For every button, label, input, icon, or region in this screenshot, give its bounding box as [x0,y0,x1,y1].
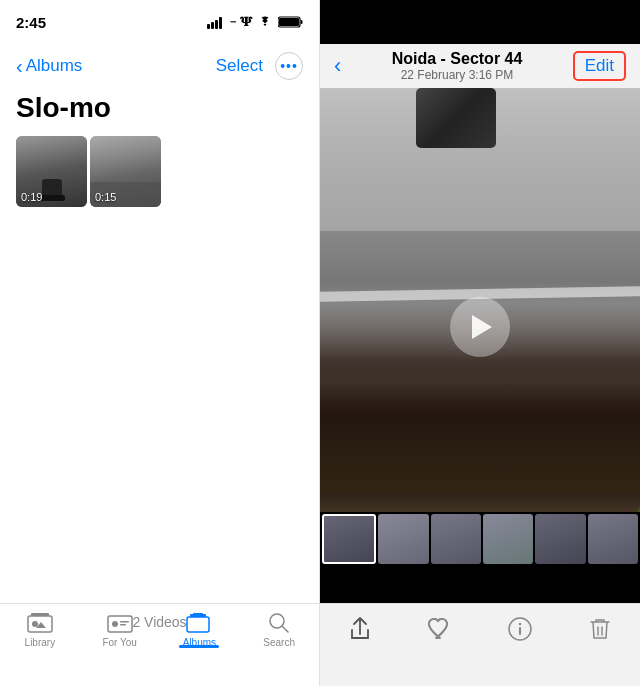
left-status-bar: 2:45 ﹣𝚿 [0,0,319,44]
svg-rect-12 [193,613,203,615]
tab-library-label: Library [25,637,56,648]
video-thumbnail-1[interactable]: 0:19 [16,136,87,207]
bottom-tab-bar: Library For You Albums [0,603,319,686]
film-thumb-2[interactable] [378,514,428,564]
film-thumb-6[interactable] [588,514,638,564]
svg-rect-8 [120,621,129,623]
albums-icon [186,612,212,634]
chevron-left-icon: ‹ [16,55,23,78]
tab-search-label: Search [263,637,295,648]
right-chevron-left-icon: ‹ [334,53,341,78]
svg-rect-19 [519,627,521,635]
right-time: 2:45 [334,14,364,31]
svg-rect-10 [187,617,209,632]
left-panel: 2:45 ﹣𝚿 ‹ Albums [0,0,320,686]
left-signal-icon [207,15,222,29]
tab-for-you[interactable]: For You [80,612,160,648]
left-time: 2:45 [16,14,46,31]
trash-icon [588,616,612,642]
tab-for-you-label: For You [102,637,136,648]
right-status-icons [560,15,626,29]
share-icon [347,616,373,642]
info-icon [507,616,533,642]
share-button[interactable] [320,616,400,642]
right-title-area: Noida - Sector 44 22 February 3:16 PM [341,50,572,82]
back-label: Albums [26,56,83,76]
nav-right-actions: Select ••• [216,52,303,80]
left-wifi-icon-svg [257,16,273,28]
svg-rect-6 [108,616,132,632]
photo-location-title: Noida - Sector 44 [341,50,572,68]
tab-search[interactable]: Search [239,612,319,648]
svg-rect-9 [120,624,126,626]
photo-date-time: 22 February 3:16 PM [341,68,572,82]
svg-rect-2 [279,18,299,26]
right-signal-icon [560,15,575,29]
select-button[interactable]: Select [216,56,263,76]
info-button[interactable] [480,616,560,642]
left-battery-icon [278,16,303,28]
right-wifi-icon [580,16,596,28]
search-icon [268,612,290,634]
photo-area[interactable] [320,88,640,566]
svg-rect-4 [31,613,49,616]
tab-albums[interactable]: Albums [160,612,240,648]
thumbnail-grid: 0:19 0:15 [0,136,319,207]
right-status-bar: 2:45 [320,0,640,44]
video-duration-1: 0:19 [21,191,42,203]
film-thumb-3[interactable] [431,514,481,564]
edit-button[interactable]: Edit [573,51,626,81]
film-thumb-1[interactable] [322,514,376,564]
bottom-action-bar [320,603,640,686]
heart-icon [426,616,454,642]
for-you-icon [107,612,133,634]
left-status-icons: ﹣𝚿 [207,13,303,31]
right-header: ‹ Noida - Sector 44 22 February 3:16 PM … [320,44,640,88]
video-thumbnail-2[interactable]: 0:15 [90,136,161,207]
right-battery-icon [601,16,626,28]
right-back-button[interactable]: ‹ [334,53,341,79]
tab-library[interactable]: Library [0,612,80,648]
delete-button[interactable] [560,616,640,642]
video-duration-2: 0:15 [95,191,116,203]
library-icon [27,612,53,634]
right-panel: ‹ Noida - Sector 44 22 February 3:16 PM … [320,0,640,686]
album-title: Slo-mo [0,88,319,136]
play-button[interactable] [450,297,510,357]
film-thumb-5[interactable] [535,514,585,564]
film-thumb-4[interactable] [483,514,533,564]
more-dots-icon: ••• [280,58,298,74]
svg-rect-17 [602,18,622,26]
more-button[interactable]: ••• [275,52,303,80]
left-nav-bar: ‹ Albums Select ••• [0,44,319,88]
svg-rect-16 [624,20,626,24]
left-wifi-icon: ﹣𝚿 [227,13,252,31]
film-strip[interactable] [320,512,640,566]
albums-back-button[interactable]: ‹ Albums [16,55,82,78]
svg-line-14 [282,626,288,632]
favorite-button[interactable] [400,616,480,642]
svg-point-7 [112,621,118,627]
svg-rect-1 [301,20,303,24]
svg-point-20 [519,623,521,625]
tab-active-indicator [179,645,219,648]
play-icon [472,315,492,339]
svg-point-5 [32,621,38,627]
